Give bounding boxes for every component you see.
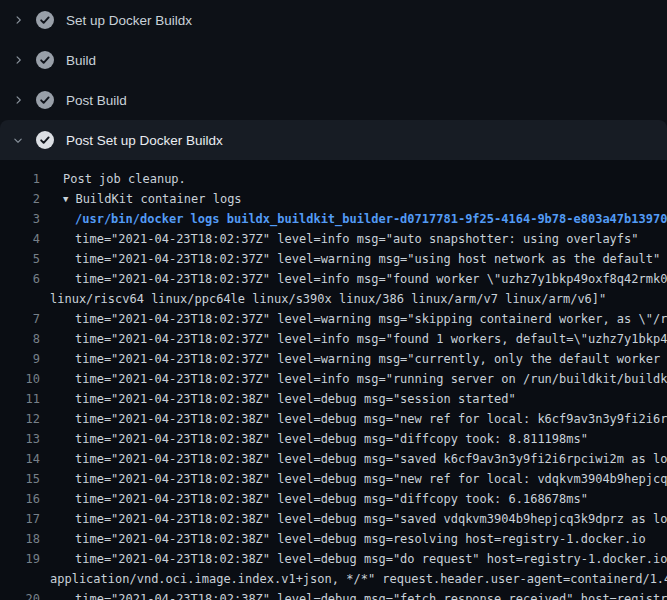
- line-number[interactable]: 5: [0, 249, 40, 269]
- line-number[interactable]: [0, 569, 40, 589]
- log-row: 9time="2021-04-23T18:02:37Z" level=warni…: [0, 349, 667, 369]
- log-text: time="2021-04-23T18:02:37Z" level=info m…: [75, 332, 667, 346]
- step-row-2[interactable]: Post Build: [0, 80, 667, 120]
- log-text: time="2021-04-23T18:02:38Z" level=debug …: [75, 432, 588, 446]
- log-text: time="2021-04-23T18:02:38Z" level=debug …: [75, 472, 667, 486]
- steps-list: Set up Docker BuildxBuildPost BuildPost …: [0, 0, 667, 160]
- log-row: 6time="2021-04-23T18:02:37Z" level=info …: [0, 269, 667, 289]
- log-row: application/vnd.oci.image.index.v1+json,…: [0, 569, 667, 589]
- log-text: time="2021-04-23T18:02:38Z" level=debug …: [75, 412, 667, 426]
- log-row: 16time="2021-04-23T18:02:38Z" level=debu…: [0, 489, 667, 509]
- log-text: time="2021-04-23T18:02:37Z" level=info m…: [75, 232, 639, 246]
- log-text: time="2021-04-23T18:02:37Z" level=info m…: [75, 372, 667, 386]
- log-group-toggle-icon[interactable]: ▼: [63, 189, 68, 209]
- line-number[interactable]: 9: [0, 349, 40, 369]
- log-text: time="2021-04-23T18:02:38Z" level=debug …: [75, 532, 646, 546]
- line-number[interactable]: 4: [0, 229, 40, 249]
- log-text: Post job cleanup.: [63, 172, 186, 186]
- log-text: time="2021-04-23T18:02:37Z" level=warnin…: [75, 352, 667, 366]
- line-number[interactable]: 13: [0, 429, 40, 449]
- log-text: time="2021-04-23T18:02:38Z" level=debug …: [75, 552, 667, 566]
- line-number[interactable]: 11: [0, 389, 40, 409]
- line-number[interactable]: 14: [0, 449, 40, 469]
- log-group-title: BuildKit container logs: [75, 192, 241, 206]
- line-number[interactable]: 10: [0, 369, 40, 389]
- log-text: /usr/bin/docker logs buildx_buildkit_bui…: [75, 212, 667, 226]
- log-row: 18time="2021-04-23T18:02:38Z" level=debu…: [0, 529, 667, 549]
- log-row: 14time="2021-04-23T18:02:38Z" level=debu…: [0, 449, 667, 469]
- line-number[interactable]: 18: [0, 529, 40, 549]
- log-row: 11time="2021-04-23T18:02:38Z" level=debu…: [0, 389, 667, 409]
- log-row: 5time="2021-04-23T18:02:37Z" level=warni…: [0, 249, 667, 269]
- line-number[interactable]: 12: [0, 409, 40, 429]
- log-text: time="2021-04-23T18:02:38Z" level=debug …: [75, 592, 667, 600]
- line-number[interactable]: 16: [0, 489, 40, 509]
- chevron-right-icon[interactable]: [10, 14, 26, 26]
- check-circle-icon: [36, 91, 54, 109]
- log-text: linux/riscv64 linux/ppc64le linux/s390x …: [50, 292, 606, 306]
- log-row: 13time="2021-04-23T18:02:38Z" level=debu…: [0, 429, 667, 449]
- log-text: time="2021-04-23T18:02:37Z" level=info m…: [75, 272, 667, 286]
- line-number[interactable]: [0, 289, 40, 309]
- log-text: time="2021-04-23T18:02:38Z" level=debug …: [75, 392, 516, 406]
- log-row: 1Post job cleanup.: [0, 169, 667, 189]
- check-circle-icon: [36, 11, 54, 29]
- line-number[interactable]: 3: [0, 209, 40, 229]
- step-label: Set up Docker Buildx: [66, 13, 192, 28]
- log-row: 4time="2021-04-23T18:02:37Z" level=info …: [0, 229, 667, 249]
- log-panel: 1Post job cleanup.2▼BuildKit container l…: [0, 160, 667, 600]
- log-row: 12time="2021-04-23T18:02:38Z" level=debu…: [0, 409, 667, 429]
- step-label: Build: [66, 53, 96, 68]
- chevron-down-icon[interactable]: [10, 134, 26, 146]
- log-row: 20time="2021-04-23T18:02:38Z" level=debu…: [0, 589, 667, 600]
- log-text: time="2021-04-23T18:02:37Z" level=warnin…: [75, 312, 667, 326]
- log-row: 7time="2021-04-23T18:02:37Z" level=warni…: [0, 309, 667, 329]
- line-number[interactable]: 7: [0, 309, 40, 329]
- line-number[interactable]: 15: [0, 469, 40, 489]
- check-circle-icon: [36, 51, 54, 69]
- step-row-1[interactable]: Build: [0, 40, 667, 80]
- line-number[interactable]: 1: [0, 169, 40, 189]
- step-label: Post Build: [66, 93, 127, 108]
- line-number[interactable]: 19: [0, 549, 40, 569]
- line-number[interactable]: 8: [0, 329, 40, 349]
- log-text: time="2021-04-23T18:02:37Z" level=warnin…: [75, 252, 660, 266]
- step-row-3[interactable]: Post Set up Docker Buildx: [0, 120, 667, 160]
- log-text: time="2021-04-23T18:02:38Z" level=debug …: [75, 452, 667, 466]
- log-text: time="2021-04-23T18:02:38Z" level=debug …: [75, 512, 667, 526]
- actions-log-viewer: Set up Docker BuildxBuildPost BuildPost …: [0, 0, 667, 600]
- line-number[interactable]: 6: [0, 269, 40, 289]
- step-label: Post Set up Docker Buildx: [66, 133, 223, 148]
- log-row[interactable]: 2▼BuildKit container logs: [0, 189, 667, 209]
- log-row: 10time="2021-04-23T18:02:37Z" level=info…: [0, 369, 667, 389]
- chevron-right-icon[interactable]: [10, 54, 26, 66]
- step-row-0[interactable]: Set up Docker Buildx: [0, 0, 667, 40]
- line-number[interactable]: 2: [0, 189, 40, 209]
- line-number[interactable]: 20: [0, 589, 40, 600]
- line-number[interactable]: 17: [0, 509, 40, 529]
- log-row: 19time="2021-04-23T18:02:38Z" level=debu…: [0, 549, 667, 569]
- chevron-right-icon[interactable]: [10, 94, 26, 106]
- log-row: 8time="2021-04-23T18:02:37Z" level=info …: [0, 329, 667, 349]
- log-text: application/vnd.oci.image.index.v1+json,…: [50, 572, 667, 586]
- log-row: 15time="2021-04-23T18:02:38Z" level=debu…: [0, 469, 667, 489]
- log-row: 3/usr/bin/docker logs buildx_buildkit_bu…: [0, 209, 667, 229]
- check-circle-icon: [36, 131, 54, 149]
- log-row: 17time="2021-04-23T18:02:38Z" level=debu…: [0, 509, 667, 529]
- log-row: linux/riscv64 linux/ppc64le linux/s390x …: [0, 289, 667, 309]
- log-text: time="2021-04-23T18:02:38Z" level=debug …: [75, 492, 588, 506]
